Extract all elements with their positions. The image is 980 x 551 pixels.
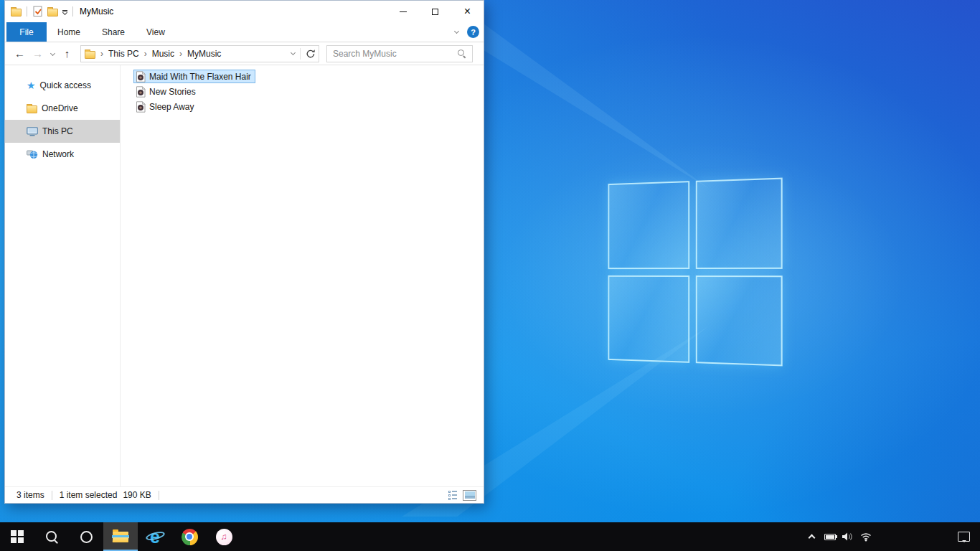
music-file-icon — [136, 86, 146, 98]
show-hidden-icons-button[interactable] — [803, 533, 821, 540]
music-file-icon — [136, 71, 146, 83]
refresh-icon[interactable] — [306, 49, 316, 59]
explorer-main: ★ Quick access OneDrive This PC — [5, 65, 484, 486]
battery-status[interactable] — [821, 534, 839, 540]
windows-logo-icon — [11, 530, 24, 543]
status-selected-count: 1 item selected — [60, 490, 118, 500]
network-icon — [27, 149, 38, 159]
chrome-icon — [182, 529, 198, 545]
windows-logo-wallpaper — [608, 178, 783, 367]
file-list: Maid With The Flaxen Hair New Stories — [121, 65, 484, 486]
recent-locations-icon[interactable] — [47, 52, 58, 55]
file-explorer-taskbar-button[interactable] — [103, 522, 138, 551]
thumbnail-view-icon — [465, 491, 475, 499]
volume-icon — [842, 532, 854, 542]
itunes-icon: ♫ — [216, 529, 232, 545]
breadcrumb-mymusic[interactable]: MyMusic — [187, 49, 221, 59]
chrome-button[interactable] — [172, 522, 207, 551]
breadcrumb-music[interactable]: Music — [152, 49, 174, 59]
forward-button: → — [29, 47, 47, 60]
start-button[interactable] — [0, 522, 34, 551]
wifi-icon — [859, 532, 872, 542]
network-status[interactable] — [857, 532, 875, 542]
close-icon: × — [464, 6, 471, 17]
ribbon-tab-strip: File Home Share View ? — [5, 22, 484, 42]
breadcrumb-separator: › — [144, 49, 147, 59]
titlebar-separator — [27, 6, 27, 17]
back-button[interactable]: ← — [11, 47, 29, 60]
quick-access-star-icon: ★ — [27, 80, 36, 90]
new-folder-button[interactable] — [47, 9, 58, 17]
file-item-maid-with-the-flaxen-hair[interactable]: Maid With The Flaxen Hair — [133, 70, 255, 83]
windows-logo-pane — [608, 275, 689, 362]
window-folder-icon — [11, 9, 22, 17]
search-icon[interactable] — [457, 49, 466, 58]
tab-home[interactable]: Home — [47, 22, 91, 42]
breadcrumb-separator: › — [100, 49, 103, 59]
music-file-icon — [136, 101, 146, 113]
minimize-button[interactable] — [387, 1, 419, 22]
customize-quick-access-toolbar-icon[interactable] — [62, 10, 67, 14]
monitor-icon — [27, 127, 38, 136]
search-icon — [44, 529, 59, 544]
windows-logo-pane — [608, 181, 689, 268]
file-explorer-window: MyMusic × File Home Share View ? ← → ↑ — [4, 0, 484, 504]
file-item-sleep-away[interactable]: Sleep Away — [133, 100, 199, 113]
titlebar-separator — [72, 6, 73, 17]
address-dropdown-icon[interactable] — [291, 50, 296, 55]
maximize-icon — [432, 9, 438, 15]
breadcrumb-separator: › — [179, 49, 182, 59]
file-item-new-stories[interactable]: New Stories — [133, 85, 200, 98]
taskbar-search-button[interactable] — [34, 522, 69, 551]
minimize-icon — [400, 11, 407, 12]
windows-logo-pane — [695, 276, 782, 367]
itunes-button[interactable]: ♫ — [207, 522, 241, 551]
tab-share[interactable]: Share — [91, 22, 136, 42]
address-box[interactable]: › This PC › Music › MyMusic — [80, 45, 319, 62]
sidebar-item-this-pc[interactable]: This PC — [5, 120, 120, 143]
volume-status[interactable] — [839, 532, 857, 542]
properties-button[interactable] — [32, 6, 43, 17]
close-button[interactable]: × — [451, 1, 484, 22]
address-bar: ← → ↑ › This PC › Music › MyMusic — [5, 42, 484, 65]
navigation-pane: ★ Quick access OneDrive This PC — [5, 65, 120, 486]
title-bar[interactable]: MyMusic × — [5, 1, 484, 22]
status-items-count: 3 items — [17, 490, 44, 500]
cortana-icon — [80, 531, 93, 543]
system-tray — [803, 522, 980, 551]
sidebar-item-quick-access[interactable]: ★ Quick access — [5, 74, 120, 97]
up-button[interactable]: ↑ — [58, 47, 76, 60]
internet-explorer-icon: e — [146, 527, 164, 546]
taskbar: e ♫ — [0, 522, 980, 551]
window-title: MyMusic — [80, 6, 113, 17]
internet-explorer-button[interactable]: e — [138, 522, 172, 551]
windows-logo-pane — [695, 178, 782, 269]
tab-file[interactable]: File — [6, 22, 47, 42]
details-view-button[interactable] — [448, 491, 457, 500]
maximize-button[interactable] — [419, 1, 451, 22]
breadcrumb-this-pc[interactable]: This PC — [108, 49, 139, 59]
desktop: MyMusic × File Home Share View ? ← → ↑ — [0, 0, 980, 551]
file-explorer-icon — [112, 530, 129, 543]
search-input[interactable] — [333, 49, 457, 59]
action-center-icon[interactable] — [958, 532, 970, 542]
status-bar: 3 items 1 item selected 190 KB — [5, 486, 484, 503]
sidebar-item-onedrive[interactable]: OneDrive — [5, 97, 120, 120]
chevron-up-icon — [809, 534, 816, 542]
search-box[interactable] — [326, 45, 473, 62]
expand-ribbon-icon[interactable] — [454, 28, 459, 33]
battery-icon — [824, 534, 836, 540]
thumbnail-view-button[interactable] — [463, 490, 476, 501]
properties-icon — [32, 6, 43, 17]
onedrive-folder-icon — [27, 105, 37, 113]
sidebar-item-network[interactable]: Network — [5, 143, 120, 166]
status-selected-size: 190 KB — [123, 490, 151, 500]
cortana-button[interactable] — [69, 522, 103, 551]
tab-view[interactable]: View — [136, 22, 176, 42]
help-icon[interactable]: ? — [467, 26, 479, 38]
address-folder-icon — [85, 51, 95, 59]
